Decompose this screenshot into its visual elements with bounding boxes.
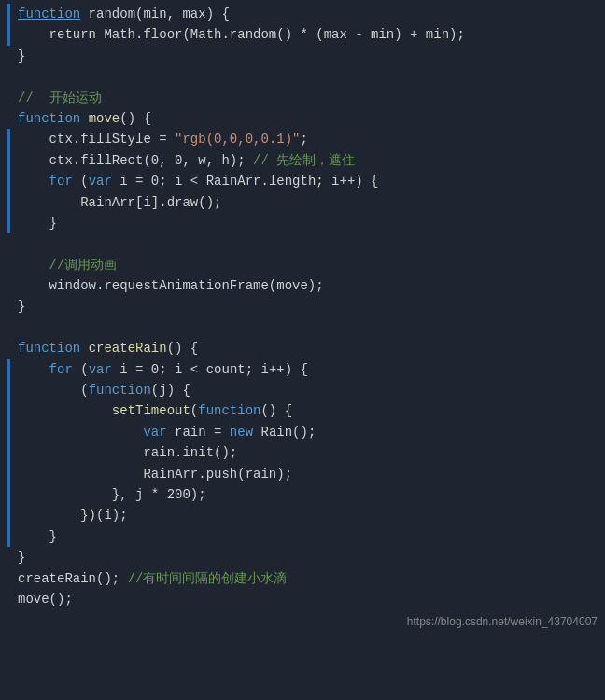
token: function bbox=[198, 403, 260, 418]
line-indicator bbox=[7, 422, 10, 442]
code-line: for (var i = 0; i < count; i++) { bbox=[0, 359, 605, 380]
token bbox=[80, 341, 88, 356]
token: // 先绘制，遮住 bbox=[253, 153, 355, 168]
line-content: //调用动画 bbox=[18, 255, 598, 275]
code-line: }, j * 200); bbox=[0, 484, 605, 505]
token: })(i); bbox=[18, 508, 128, 523]
token: window.requestAnimationFrame(move); bbox=[18, 278, 324, 293]
line-content: } bbox=[18, 46, 598, 66]
code-line: // 开始运动 bbox=[0, 88, 605, 108]
line-content bbox=[18, 317, 598, 338]
token: rain = bbox=[167, 425, 230, 440]
token: ctx.fillRect(0, 0, w, h); bbox=[18, 153, 253, 168]
line-indicator bbox=[7, 171, 10, 191]
token: for bbox=[49, 174, 73, 189]
line-indicator bbox=[7, 442, 10, 463]
line-content: } bbox=[18, 547, 598, 567]
token: createRain(); bbox=[18, 571, 128, 586]
code-line: for (var i = 0; i < RainArr.length; i++)… bbox=[0, 171, 605, 191]
code-line: window.requestAnimationFrame(move); bbox=[0, 275, 605, 296]
code-line: createRain(); //有时间间隔的创建小水滴 bbox=[0, 568, 605, 589]
token: }, j * 200); bbox=[18, 487, 206, 502]
line-content: for (var i = 0; i < count; i++) { bbox=[18, 359, 598, 380]
code-line: } bbox=[0, 296, 605, 316]
token: ( bbox=[73, 174, 89, 189]
line-content: move(); bbox=[18, 589, 598, 609]
token: } bbox=[18, 550, 25, 565]
line-content: } bbox=[18, 213, 598, 233]
line-indicator bbox=[7, 400, 10, 421]
token: function bbox=[18, 7, 80, 21]
line-indicator bbox=[7, 484, 10, 505]
code-line: ctx.fillRect(0, 0, w, h); // 先绘制，遮住 bbox=[0, 150, 605, 171]
token: return Math.floor(Math.random() * (max -… bbox=[18, 27, 465, 42]
line-content: (function(j) { bbox=[18, 380, 598, 400]
code-line: rain.init(); bbox=[0, 442, 605, 463]
token: } bbox=[18, 216, 57, 231]
line-content: var rain = new Rain(); bbox=[18, 422, 598, 442]
token: move(); bbox=[18, 592, 73, 607]
line-content: for (var i = 0; i < RainArr.length; i++)… bbox=[18, 171, 598, 191]
token: () { bbox=[120, 111, 151, 126]
code-line: setTimeout(function() { bbox=[0, 400, 605, 421]
line-content bbox=[18, 233, 598, 254]
token: setTimeout bbox=[112, 403, 190, 418]
code-line: } bbox=[0, 547, 605, 567]
code-line bbox=[0, 233, 605, 254]
line-indicator bbox=[7, 24, 10, 45]
line-content: // 开始运动 bbox=[18, 88, 598, 108]
token: // 开始运动 bbox=[18, 91, 102, 105]
token: ( bbox=[73, 362, 89, 377]
code-line: (function(j) { bbox=[0, 380, 605, 400]
token: for bbox=[49, 362, 73, 377]
line-indicator bbox=[7, 150, 10, 171]
line-indicator bbox=[7, 505, 10, 525]
line-indicator bbox=[7, 4, 10, 24]
line-content: ctx.fillStyle = "rgb(0,0,0,0.1)"; bbox=[18, 129, 598, 149]
code-line: //调用动画 bbox=[0, 255, 605, 275]
code-line: RainArr[i].draw(); bbox=[0, 192, 605, 213]
code-editor: function random(min, max) { return Math.… bbox=[0, 0, 605, 700]
token: RainArr[i].draw(); bbox=[18, 195, 221, 210]
code-line bbox=[0, 317, 605, 338]
token: () { bbox=[260, 403, 292, 418]
token: Rain(); bbox=[253, 425, 316, 440]
line-content: RainArr.push(rain); bbox=[18, 464, 598, 484]
line-indicator bbox=[7, 213, 10, 233]
token: move bbox=[89, 111, 120, 126]
token: } bbox=[18, 49, 25, 63]
code-line: function random(min, max) { bbox=[0, 4, 605, 24]
token: var bbox=[89, 362, 112, 377]
code-line: move(); bbox=[0, 589, 605, 609]
source-url: https://blog.csdn.net/weixin_43704007 bbox=[0, 609, 605, 631]
token: random(min, max) { bbox=[80, 7, 230, 21]
code-line: return Math.floor(Math.random() * (max -… bbox=[0, 24, 605, 45]
token: function bbox=[18, 341, 80, 356]
token bbox=[18, 258, 49, 273]
token: function bbox=[18, 111, 80, 126]
line-indicator bbox=[7, 380, 10, 400]
line-indicator bbox=[7, 192, 10, 213]
line-content: } bbox=[18, 296, 598, 316]
code-line: })(i); bbox=[0, 505, 605, 525]
line-content: setTimeout(function() { bbox=[18, 400, 598, 421]
code-line: function createRain() { bbox=[0, 338, 605, 358]
token: ( bbox=[190, 403, 198, 418]
line-content: } bbox=[18, 526, 598, 547]
token: ctx.fillStyle = bbox=[18, 132, 175, 147]
token bbox=[18, 362, 49, 377]
token: () { bbox=[167, 341, 199, 356]
line-content: createRain(); //有时间间隔的创建小水滴 bbox=[18, 568, 598, 589]
line-content: ctx.fillRect(0, 0, w, h); // 先绘制，遮住 bbox=[18, 150, 598, 171]
token: ( bbox=[18, 383, 89, 398]
code-line: } bbox=[0, 46, 605, 66]
line-content: function move() { bbox=[18, 108, 598, 129]
token: new bbox=[230, 425, 253, 440]
code-line: } bbox=[0, 213, 605, 233]
code-line: } bbox=[0, 526, 605, 547]
line-content: function random(min, max) { bbox=[18, 4, 598, 24]
token: rain.init(); bbox=[18, 445, 237, 460]
line-indicator bbox=[7, 129, 10, 149]
token: ; bbox=[300, 132, 307, 147]
code-lines: function random(min, max) { return Math.… bbox=[0, 4, 605, 609]
